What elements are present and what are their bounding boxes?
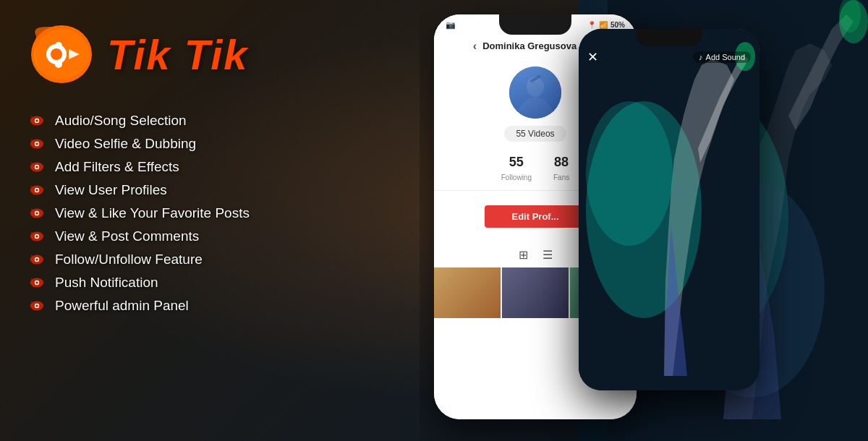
feature-item-profiles: View User Profiles <box>29 182 420 198</box>
svg-point-36 <box>35 281 38 284</box>
right-panel: ✕ ♪ Add Sound <box>420 0 868 441</box>
avatar-image <box>509 67 561 119</box>
grid-photo-2 <box>502 267 569 318</box>
feature-item-filters: Add Filters & Effects <box>29 159 420 175</box>
eye-icon-filters <box>29 159 45 175</box>
back-arrow-icon[interactable]: ‹ <box>473 40 477 53</box>
feature-text-video: Video Selfie & Dubbing <box>55 136 196 152</box>
phone2-content-svg <box>579 29 760 390</box>
feature-item-like: View & Like Your Favorite Posts <box>29 205 420 221</box>
feature-text-like: View & Like Your Favorite Posts <box>55 205 250 221</box>
logo-area: Tik Tik <box>29 22 420 87</box>
phone-2-notch <box>637 29 702 46</box>
phone-1-notch <box>499 14 571 35</box>
eye-icon-push <box>29 275 45 291</box>
status-camera-icon: 📷 <box>446 20 456 30</box>
eye-icon-audio <box>29 113 45 129</box>
svg-point-40 <box>35 304 38 307</box>
grid-tab-icon[interactable]: ⊞ <box>519 248 528 262</box>
feature-text-audio: Audio/Song Selection <box>55 113 187 129</box>
music-note-icon: ♪ <box>699 53 703 61</box>
eye-icon-like <box>29 205 45 221</box>
following-number: 55 <box>501 155 532 170</box>
svg-point-16 <box>35 166 38 168</box>
profile-name: Dominika Gregusova <box>482 40 576 51</box>
app-title: Tik Tik <box>107 30 249 79</box>
feature-item-comments: View & Post Comments <box>29 228 420 244</box>
feature-text-push: Push Notification <box>55 275 158 291</box>
svg-point-52 <box>509 67 561 119</box>
videos-count-badge: 55 Videos <box>504 126 566 142</box>
app-logo-icon <box>29 22 94 87</box>
following-stat: 55 Following <box>501 155 532 183</box>
svg-point-28 <box>35 235 38 238</box>
svg-point-12 <box>35 142 38 145</box>
eye-icon-profiles <box>29 182 45 198</box>
feature-text-comments: View & Post Comments <box>55 228 199 244</box>
phone-2: ✕ ♪ Add Sound <box>579 29 760 390</box>
svg-point-50 <box>586 101 673 246</box>
add-sound-label: ♪ Add Sound <box>693 51 751 63</box>
feature-item-audio: Audio/Song Selection <box>29 113 420 129</box>
feature-text-profiles: View User Profiles <box>55 182 167 198</box>
feature-item-follow: Follow/Unfollow Feature <box>29 252 420 267</box>
feature-item-video: Video Selfie & Dubbing <box>29 136 420 152</box>
phone-2-screen: ✕ ♪ Add Sound <box>579 29 760 390</box>
svg-point-24 <box>35 212 38 215</box>
fans-number: 88 <box>553 155 569 170</box>
svg-rect-54 <box>529 74 541 82</box>
eye-icon-video <box>29 136 45 152</box>
avatar <box>509 67 561 119</box>
features-list: Audio/Song Selection Video Selfie & Dubb… <box>29 113 420 314</box>
feature-item-push: Push Notification <box>29 275 420 291</box>
svg-point-20 <box>35 189 38 192</box>
add-sound-text: Add Sound <box>706 53 745 61</box>
svg-point-32 <box>35 258 38 261</box>
feature-text-follow: Follow/Unfollow Feature <box>55 252 203 267</box>
wifi-icon: 📶 <box>599 21 608 29</box>
following-label: Following <box>501 174 532 181</box>
svg-point-8 <box>35 119 38 122</box>
eye-icon-follow <box>29 252 45 267</box>
feature-item-admin: Powerful admin Panel <box>29 298 420 314</box>
fans-stat: 88 Fans <box>553 155 569 183</box>
edit-profile-button[interactable]: Edit Prof... <box>485 205 586 228</box>
feature-text-filters: Add Filters & Effects <box>55 159 179 175</box>
fans-label: Fans <box>553 174 569 181</box>
status-right: 📍 📶 50% <box>587 21 625 29</box>
svg-point-4 <box>51 48 62 60</box>
left-panel: Tik Tik Audio/Song Selection Video Selfi… <box>0 0 448 441</box>
eye-icon-comments <box>29 228 45 244</box>
close-icon[interactable]: ✕ <box>587 49 598 65</box>
svg-point-53 <box>527 77 544 97</box>
eye-icon-admin <box>29 298 45 314</box>
feature-text-admin: Powerful admin Panel <box>55 298 189 314</box>
grid-photo-1 <box>434 267 501 318</box>
list-tab-icon[interactable]: ☰ <box>542 248 553 262</box>
location-icon: 📍 <box>587 21 596 29</box>
battery-text: 50% <box>610 21 625 29</box>
